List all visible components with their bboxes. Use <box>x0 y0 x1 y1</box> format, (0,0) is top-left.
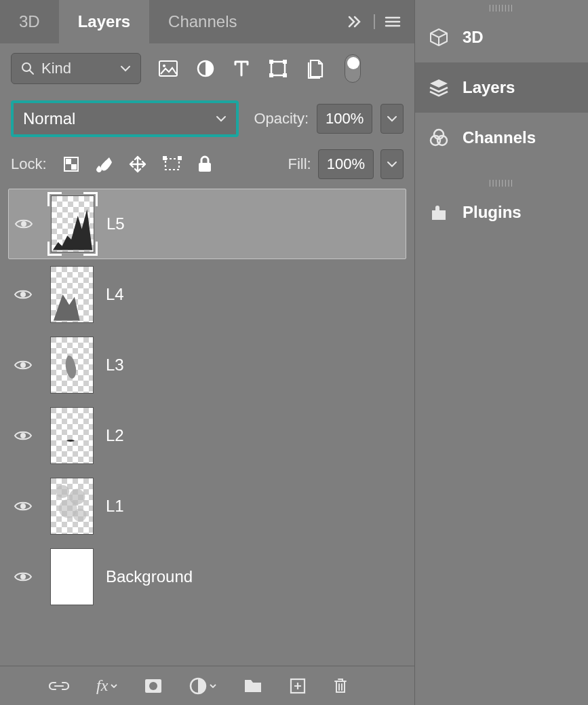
new-layer-icon[interactable] <box>290 678 306 694</box>
filter-type-icon[interactable] <box>233 60 250 77</box>
filter-pixel-icon[interactable] <box>159 60 178 77</box>
filter-adjustment-icon[interactable] <box>197 60 214 77</box>
svg-rect-5 <box>269 60 273 64</box>
filter-shape-icon[interactable] <box>269 59 288 78</box>
filter-smartobject-icon[interactable] <box>307 58 324 79</box>
panel-grabber[interactable]: |||||||| <box>415 3 588 12</box>
blend-mode-value: Normal <box>23 109 75 128</box>
opacity-slider-button[interactable] <box>380 104 404 134</box>
chevron-down-icon <box>216 115 227 122</box>
layer-row[interactable]: L4 <box>8 259 406 330</box>
layer-thumbnail[interactable] <box>50 266 94 323</box>
layer-row[interactable]: L2 <box>8 400 406 471</box>
collapse-panels-icon[interactable] <box>348 16 364 28</box>
panel-menu-icon[interactable] <box>385 16 401 28</box>
lock-position-icon[interactable] <box>128 155 147 174</box>
dock-item-layers[interactable]: Layers <box>415 62 588 113</box>
lock-all-icon[interactable] <box>197 155 212 173</box>
dock-item-label: Plugins <box>463 203 522 222</box>
layer-filter-row: Kind <box>0 43 414 94</box>
fill-slider-button[interactable] <box>380 149 404 179</box>
svg-rect-1 <box>159 61 177 76</box>
panel-tabs: 3D Layers Channels <box>0 0 414 43</box>
lock-transparent-icon[interactable] <box>63 156 79 172</box>
plugin-icon <box>427 204 450 221</box>
filter-kind-dropdown[interactable]: Kind <box>11 53 141 84</box>
right-dock: |||||||| 3D Layers Channels |||||||| Plu <box>415 0 588 705</box>
fill-label: Fill: <box>288 155 311 173</box>
svg-point-2 <box>163 64 165 67</box>
dock-item-channels[interactable]: Channels <box>415 113 588 163</box>
svg-point-17 <box>20 292 26 297</box>
lock-label: Lock: <box>11 155 47 173</box>
layer-name-label: L1 <box>106 497 124 516</box>
new-group-icon[interactable] <box>243 679 262 693</box>
layer-name-label: L3 <box>106 356 124 375</box>
tab-3d[interactable]: 3D <box>0 0 59 43</box>
layer-row[interactable]: L1 <box>8 471 406 541</box>
layers-bottom-bar: fx <box>0 666 414 705</box>
filter-toggle[interactable] <box>345 54 361 83</box>
layers-list: L5 L4 L3 <box>0 189 414 666</box>
svg-rect-6 <box>283 60 287 64</box>
layer-thumbnail[interactable] <box>50 548 94 605</box>
svg-rect-13 <box>163 156 167 160</box>
panel-grabber[interactable]: |||||||| <box>415 178 588 187</box>
channels-icon <box>427 128 450 148</box>
layer-row[interactable]: Background <box>8 541 406 612</box>
lock-artboard-icon[interactable] <box>162 155 182 173</box>
new-adjustment-icon[interactable] <box>189 677 216 695</box>
tab-layers[interactable]: Layers <box>59 0 149 43</box>
visibility-eye-icon[interactable] <box>14 430 38 442</box>
lock-row: Lock: Fill: 100% <box>0 145 414 189</box>
layer-row[interactable]: L5 <box>8 189 406 259</box>
layer-thumbnail[interactable] <box>51 195 94 252</box>
link-layers-icon[interactable] <box>49 680 69 692</box>
svg-point-21 <box>56 485 69 498</box>
dock-item-label: Channels <box>463 128 536 147</box>
delete-layer-icon[interactable] <box>333 677 348 695</box>
svg-rect-8 <box>283 73 287 77</box>
visibility-eye-icon[interactable] <box>14 500 38 512</box>
svg-point-0 <box>22 63 31 71</box>
dock-item-plugins[interactable]: Plugins <box>415 187 588 237</box>
dock-item-label: 3D <box>463 28 484 47</box>
svg-rect-14 <box>178 156 182 160</box>
tab-channels[interactable]: Channels <box>149 0 256 43</box>
opacity-input[interactable]: 100% <box>317 104 372 134</box>
blend-row: Normal Opacity: 100% <box>0 94 414 145</box>
add-mask-icon[interactable] <box>144 679 162 693</box>
visibility-eye-icon[interactable] <box>14 218 39 230</box>
visibility-eye-icon[interactable] <box>14 359 38 371</box>
layer-name-label: Background <box>106 567 193 586</box>
layer-name-label: L5 <box>106 214 125 233</box>
layer-name-label: L4 <box>106 285 124 304</box>
visibility-eye-icon[interactable] <box>14 288 38 301</box>
visibility-eye-icon[interactable] <box>14 571 38 583</box>
search-icon <box>21 62 35 75</box>
svg-point-18 <box>20 362 26 368</box>
layer-thumbnail[interactable] <box>50 478 94 535</box>
svg-rect-15 <box>199 163 211 172</box>
layer-thumbnail[interactable] <box>50 337 94 394</box>
svg-point-16 <box>21 221 26 227</box>
svg-rect-11 <box>71 164 77 170</box>
layer-name-label: L2 <box>106 426 124 445</box>
svg-point-20 <box>20 503 26 509</box>
svg-point-25 <box>20 574 26 579</box>
svg-rect-7 <box>269 73 273 77</box>
layer-fx-icon[interactable]: fx <box>96 677 117 695</box>
dock-item-3d[interactable]: 3D <box>415 12 588 62</box>
lock-paint-icon[interactable] <box>94 155 113 174</box>
opacity-label: Opacity: <box>254 110 309 128</box>
layer-row[interactable]: L3 <box>8 330 406 400</box>
fill-input[interactable]: 100% <box>318 149 374 179</box>
svg-rect-10 <box>66 159 71 164</box>
dock-item-label: Layers <box>463 78 515 97</box>
blend-mode-dropdown[interactable]: Normal <box>11 100 239 137</box>
svg-point-19 <box>20 433 26 438</box>
svg-point-24 <box>73 509 86 522</box>
svg-point-27 <box>149 682 157 690</box>
layer-thumbnail[interactable] <box>50 407 94 464</box>
layers-icon <box>427 78 450 97</box>
